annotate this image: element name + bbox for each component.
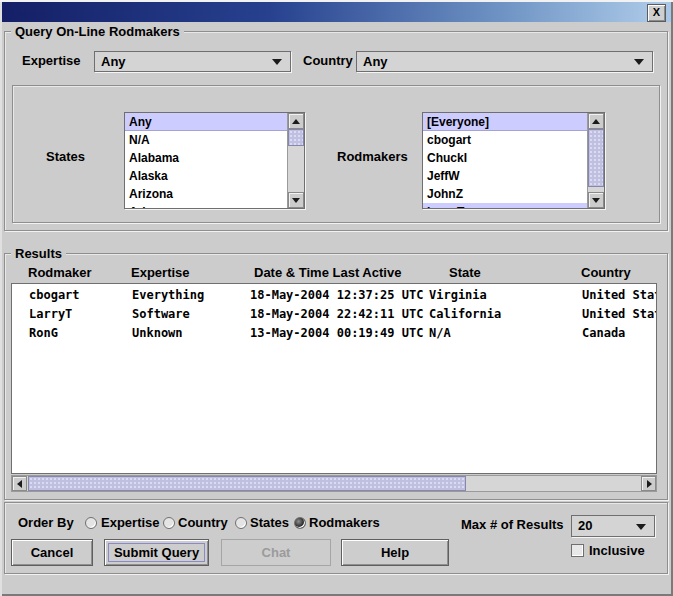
rodmakers-scrollbar[interactable] — [587, 113, 604, 208]
cancel-button[interactable]: Cancel — [11, 539, 93, 566]
scroll-down-icon — [592, 198, 600, 203]
list-item[interactable]: N/A — [125, 131, 287, 149]
table-row[interactable]: LarryT Software 18-May-2004 22:42:11 UTC… — [12, 305, 656, 324]
close-icon: X — [653, 6, 660, 18]
query-group-title: Query On-Line Rodmakers — [11, 24, 184, 39]
states-scrollbar-thumb[interactable] — [288, 129, 304, 146]
list-item[interactable]: Alabama — [125, 149, 287, 167]
scroll-down-button[interactable] — [588, 192, 604, 208]
scroll-up-button[interactable] — [588, 113, 604, 129]
radio-order-country[interactable] — [163, 517, 175, 529]
cell-last-active: 18-May-2004 22:42:11 UTC — [250, 307, 423, 321]
cell-state: N/A — [429, 326, 451, 340]
cell-country: United States — [582, 288, 657, 302]
close-button[interactable]: X — [647, 4, 666, 22]
cell-expertise: Software — [132, 307, 190, 321]
column-header-last-active[interactable]: Date & Time Last Active — [254, 265, 401, 280]
max-results-label: Max # of Results — [461, 517, 564, 532]
cell-state: Virginia — [429, 288, 487, 302]
column-header-rodmaker[interactable]: Rodmaker — [28, 265, 92, 280]
dialog-window: X Query On-Line Rodmakers Expertise Any … — [0, 0, 673, 596]
title-bar[interactable]: X — [2, 2, 671, 22]
submit-query-button[interactable]: Submit Query — [104, 539, 209, 566]
scroll-up-button[interactable] — [288, 113, 304, 129]
inclusive-checkbox[interactable] — [571, 544, 584, 557]
list-item[interactable]: Any — [125, 113, 287, 131]
table-row[interactable]: cbogart Everything 18-May-2004 12:37:25 … — [12, 286, 656, 305]
footer-panel: Order By Expertise Country States Rodmak… — [4, 502, 668, 574]
scroll-up-icon — [592, 119, 600, 124]
radio-label-states[interactable]: States — [250, 515, 289, 530]
max-results-combobox[interactable]: 20 — [571, 515, 655, 537]
scroll-up-icon — [292, 119, 300, 124]
scroll-left-icon — [17, 480, 22, 488]
list-item[interactable]: Alaska — [125, 167, 287, 185]
list-item[interactable]: ChuckI — [423, 149, 587, 167]
column-header-country[interactable]: Country — [581, 265, 631, 280]
list-item[interactable]: [Everyone] — [423, 113, 587, 131]
cell-expertise: Unknown — [132, 326, 183, 340]
cell-rodmaker: LarryT — [29, 307, 72, 321]
list-item[interactable]: Arizona — [125, 185, 287, 203]
expertise-combobox[interactable]: Any — [94, 51, 291, 72]
list-item[interactable]: LarryT — [423, 203, 587, 208]
expertise-label: Expertise — [22, 53, 81, 68]
scroll-right-icon — [647, 480, 652, 488]
expertise-combobox-value: Any — [101, 54, 126, 69]
rodmakers-scrollbar-thumb[interactable] — [588, 129, 604, 187]
inclusive-label[interactable]: Inclusive — [589, 543, 645, 558]
radio-order-states[interactable] — [235, 517, 247, 529]
states-scrollbar[interactable] — [287, 113, 304, 208]
scroll-left-button[interactable] — [12, 476, 27, 491]
results-group-title: Results — [11, 246, 66, 261]
cell-country: Canada — [582, 326, 625, 340]
states-label: States — [46, 149, 85, 164]
results-table: cbogart Everything 18-May-2004 12:37:25 … — [11, 283, 657, 474]
cell-last-active: 13-May-2004 00:19:49 UTC — [250, 326, 423, 340]
rodmakers-listbox[interactable]: [Everyone] cbogart ChuckI JeffW JohnZ La… — [422, 112, 605, 209]
list-item[interactable]: JohnZ — [423, 185, 587, 203]
radio-label-expertise[interactable]: Expertise — [101, 515, 160, 530]
list-item[interactable]: cbogart — [423, 131, 587, 149]
states-listbox[interactable]: Any N/A Alabama Alaska Arizona Arkansas — [124, 112, 305, 209]
query-group: Query On-Line Rodmakers Expertise Any Co… — [4, 31, 668, 231]
table-row[interactable]: RonG Unknown 13-May-2004 00:19:49 UTC N/… — [12, 324, 656, 343]
radio-order-rodmakers[interactable] — [294, 517, 306, 529]
results-scrollbar-thumb[interactable] — [28, 476, 466, 491]
column-header-state[interactable]: State — [449, 265, 481, 280]
help-button[interactable]: Help — [341, 539, 449, 566]
chat-button[interactable]: Chat — [221, 539, 331, 566]
country-label: Country — [303, 53, 353, 68]
states-list-items: Any N/A Alabama Alaska Arizona Arkansas — [125, 113, 287, 208]
list-item[interactable]: Arkansas — [125, 203, 287, 208]
results-group: Results Rodmaker Expertise Date & Time L… — [4, 253, 668, 500]
max-results-combobox-value: 20 — [578, 518, 592, 533]
radio-label-rodmakers[interactable]: Rodmakers — [309, 515, 380, 530]
chevron-down-icon — [634, 59, 644, 65]
column-header-expertise[interactable]: Expertise — [131, 265, 190, 280]
chevron-down-icon — [636, 524, 646, 530]
scroll-down-button[interactable] — [288, 192, 304, 208]
rodmakers-label: Rodmakers — [337, 149, 408, 164]
scroll-down-icon — [292, 198, 300, 203]
cell-expertise: Everything — [132, 288, 204, 302]
cell-state: California — [429, 307, 501, 321]
rodmakers-list-items: [Everyone] cbogart ChuckI JeffW JohnZ La… — [423, 113, 587, 208]
list-item[interactable]: JeffW — [423, 167, 587, 185]
cell-rodmaker: RonG — [29, 326, 58, 340]
chevron-down-icon — [272, 59, 282, 65]
country-combobox-value: Any — [363, 54, 388, 69]
radio-label-country[interactable]: Country — [178, 515, 228, 530]
cell-rodmaker: cbogart — [29, 288, 80, 302]
lists-panel: States Any N/A Alabama Alaska Arizona Ar… — [12, 85, 660, 223]
results-horizontal-scrollbar[interactable] — [11, 475, 657, 492]
scroll-right-button[interactable] — [641, 476, 656, 491]
cell-last-active: 18-May-2004 12:37:25 UTC — [250, 288, 423, 302]
order-by-label: Order By — [18, 515, 74, 530]
radio-order-expertise[interactable] — [85, 517, 97, 529]
country-combobox[interactable]: Any — [356, 51, 653, 72]
cell-country: United States — [582, 307, 657, 321]
